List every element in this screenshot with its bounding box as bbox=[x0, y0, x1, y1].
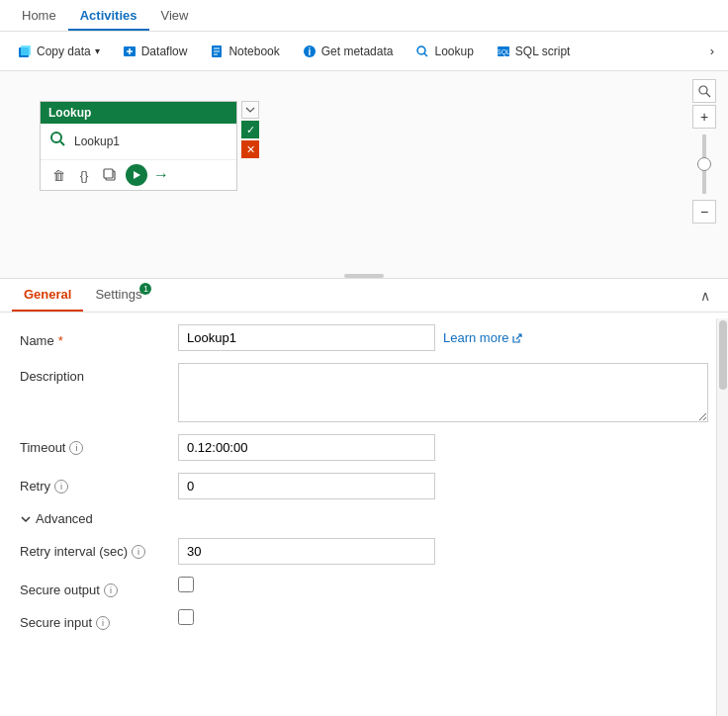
nav-tab-activities[interactable]: Activities bbox=[68, 2, 149, 31]
advanced-toggle[interactable]: Advanced bbox=[20, 511, 708, 526]
secure-input-label: Secure input i bbox=[20, 609, 178, 630]
toolbar-more-button[interactable]: › bbox=[704, 40, 720, 62]
secure-input-checkbox[interactable] bbox=[178, 609, 194, 625]
svg-line-10 bbox=[424, 53, 427, 56]
dropdown-chevron: ▾ bbox=[95, 45, 100, 56]
svg-text:i: i bbox=[308, 46, 311, 57]
notebook-icon bbox=[209, 44, 225, 59]
description-label: Description bbox=[20, 363, 178, 384]
retry-input[interactable] bbox=[178, 473, 435, 499]
dataflow-icon bbox=[122, 44, 137, 59]
secure-input-info-icon[interactable]: i bbox=[96, 616, 110, 630]
secure-input-row: Secure input i bbox=[20, 609, 708, 630]
tab-settings[interactable]: Settings 1 bbox=[83, 279, 153, 312]
retry-interval-info-icon[interactable]: i bbox=[132, 545, 145, 559]
sql-script-button[interactable]: SQL SQL script bbox=[487, 39, 580, 64]
svg-line-19 bbox=[706, 93, 710, 97]
nav-tab-view[interactable]: View bbox=[149, 2, 201, 31]
retry-info-icon[interactable]: i bbox=[54, 480, 68, 493]
tab-general[interactable]: General bbox=[12, 279, 83, 312]
retry-interval-row: Retry interval (sec) i bbox=[20, 538, 708, 565]
node-expand-icon[interactable] bbox=[241, 101, 259, 119]
lookup-icon bbox=[414, 44, 430, 59]
scrollbar-track bbox=[716, 318, 728, 716]
settings-badge: 1 bbox=[139, 283, 151, 295]
description-row: Description bbox=[20, 363, 708, 422]
advanced-chevron-icon bbox=[20, 513, 32, 525]
retry-label: Retry i bbox=[20, 473, 178, 493]
lookup-button[interactable]: Lookup bbox=[406, 39, 482, 64]
status-check-icon: ✓ bbox=[241, 121, 259, 138]
zoom-out-button[interactable]: − bbox=[692, 200, 716, 224]
sql-script-icon: SQL bbox=[496, 44, 511, 59]
svg-rect-16 bbox=[104, 169, 113, 178]
general-form: Name * Learn more Description Timeout i bbox=[0, 313, 728, 716]
timeout-input[interactable] bbox=[178, 434, 435, 461]
svg-point-13 bbox=[51, 133, 61, 142]
timeout-info-icon[interactable]: i bbox=[69, 441, 83, 455]
activity-node-header: Lookup bbox=[41, 102, 236, 124]
node-status-icons: ✓ ✕ bbox=[241, 101, 259, 158]
secure-output-checkbox[interactable] bbox=[178, 577, 194, 592]
secure-output-label: Secure output i bbox=[20, 577, 178, 597]
secure-output-info-icon[interactable]: i bbox=[104, 583, 118, 597]
svg-marker-17 bbox=[134, 171, 140, 179]
scrollbar-thumb[interactable] bbox=[719, 320, 727, 390]
activity-arrow-button[interactable]: → bbox=[153, 166, 169, 184]
svg-point-18 bbox=[699, 86, 707, 94]
copy-activity-icon[interactable] bbox=[100, 165, 120, 185]
timeout-row: Timeout i bbox=[20, 434, 708, 461]
zoom-handle[interactable] bbox=[697, 157, 711, 171]
get-metadata-button[interactable]: i Get metadata bbox=[293, 39, 403, 64]
svg-point-9 bbox=[417, 46, 425, 54]
svg-text:SQL: SQL bbox=[497, 48, 510, 56]
learn-more-link[interactable]: Learn more bbox=[443, 330, 523, 345]
activity-node-body: Lookup1 bbox=[41, 124, 236, 159]
lookup-activity-node[interactable]: Lookup Lookup1 🗑 {} → bbox=[40, 101, 237, 191]
name-input[interactable] bbox=[178, 324, 435, 351]
description-input[interactable] bbox=[178, 363, 708, 422]
required-indicator: * bbox=[58, 333, 63, 348]
canvas-search-button[interactable] bbox=[692, 79, 716, 103]
run-activity-button[interactable] bbox=[126, 164, 147, 186]
retry-interval-label: Retry interval (sec) i bbox=[20, 538, 178, 559]
svg-rect-1 bbox=[21, 45, 31, 55]
external-link-icon bbox=[511, 332, 523, 344]
zoom-in-button[interactable]: + bbox=[692, 105, 716, 129]
svg-line-14 bbox=[60, 141, 64, 145]
get-metadata-icon: i bbox=[302, 44, 318, 59]
panel-tab-bar: General Settings 1 ∧ bbox=[0, 279, 728, 313]
panel-collapse-button[interactable]: ∧ bbox=[694, 284, 716, 308]
zoom-slider[interactable] bbox=[702, 134, 706, 194]
activity-node-actions: 🗑 {} → bbox=[41, 159, 236, 190]
timeout-label: Timeout i bbox=[20, 434, 178, 455]
retry-interval-input[interactable] bbox=[178, 538, 435, 565]
copy-data-icon bbox=[17, 44, 33, 59]
panel-resize-handle[interactable] bbox=[344, 274, 384, 278]
nav-tab-home[interactable]: Home bbox=[10, 2, 68, 31]
lookup-activity-icon bbox=[48, 130, 68, 153]
retry-row: Retry i bbox=[20, 473, 708, 499]
activity-toolbar: Copy data ▾ Dataflow Notebook i Get meta… bbox=[0, 32, 728, 71]
dataflow-button[interactable]: Dataflow bbox=[113, 39, 197, 64]
properties-panel: General Settings 1 ∧ Name * Learn more D… bbox=[0, 279, 728, 716]
name-row: Name * Learn more bbox=[20, 324, 708, 351]
pipeline-canvas: Lookup Lookup1 🗑 {} → ✓ ✕ bbox=[0, 71, 728, 279]
notebook-button[interactable]: Notebook bbox=[200, 39, 288, 64]
top-navigation: Home Activities View bbox=[0, 0, 728, 32]
delete-activity-icon[interactable]: 🗑 bbox=[48, 165, 68, 185]
status-error-icon: ✕ bbox=[241, 140, 259, 158]
code-activity-icon[interactable]: {} bbox=[74, 165, 94, 185]
copy-data-button[interactable]: Copy data ▾ bbox=[8, 39, 109, 64]
name-label: Name * bbox=[20, 327, 178, 348]
secure-output-row: Secure output i bbox=[20, 577, 708, 597]
canvas-controls: + − bbox=[692, 79, 716, 224]
